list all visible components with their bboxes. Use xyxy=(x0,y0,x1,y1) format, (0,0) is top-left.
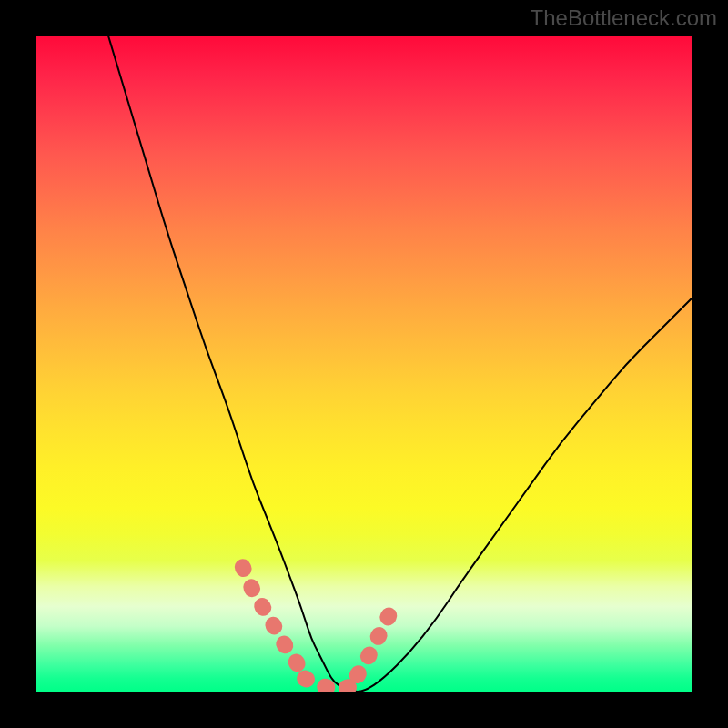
highlight-bottom xyxy=(305,679,358,689)
highlight-left xyxy=(243,567,305,672)
watermark-text: TheBottleneck.com xyxy=(531,5,717,31)
highlight-right xyxy=(358,600,397,675)
plot-area xyxy=(36,36,692,692)
curve-svg xyxy=(36,36,692,692)
bottleneck-curve xyxy=(108,36,692,692)
